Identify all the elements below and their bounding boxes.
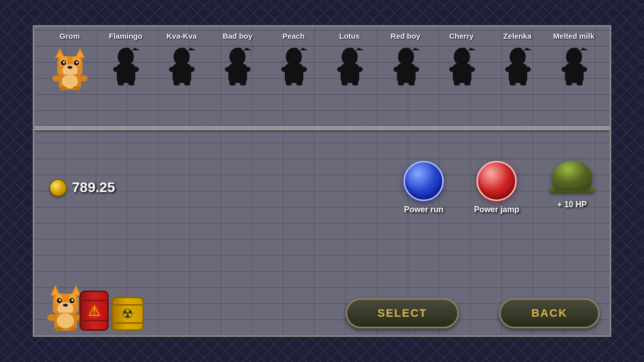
svg-rect-56 — [356, 67, 363, 72]
back-button[interactable]: BACK — [499, 298, 600, 328]
powerup-hp-boost[interactable]: + 10 HP — [549, 161, 595, 209]
char-name-zelenka[interactable]: Zelenka — [497, 32, 537, 40]
svg-point-43 — [286, 48, 302, 66]
svg-rect-32 — [188, 67, 195, 72]
svg-rect-48 — [300, 67, 307, 72]
svg-rect-38 — [228, 64, 247, 83]
svg-marker-61 — [412, 48, 420, 50]
svg-rect-87 — [561, 67, 569, 72]
powerup-run-label: Power run — [404, 205, 443, 214]
svg-point-35 — [229, 48, 246, 66]
preview-area: ⚠ ☢ SELECT BACK — [34, 243, 610, 337]
svg-rect-109 — [69, 327, 76, 331]
char-name-grom[interactable]: Grom — [50, 32, 90, 40]
svg-rect-24 — [132, 67, 139, 72]
svg-rect-64 — [412, 67, 419, 72]
char-sprite-grom[interactable] — [50, 48, 90, 88]
svg-rect-55 — [337, 67, 344, 72]
shadow-badboy — [221, 48, 254, 88]
svg-rect-88 — [580, 67, 587, 72]
shadow-kvakva — [166, 48, 198, 88]
char-sprite-flamingo[interactable] — [106, 48, 146, 88]
svg-rect-73 — [454, 80, 460, 85]
svg-rect-63 — [393, 67, 400, 72]
svg-rect-47 — [281, 67, 288, 72]
svg-marker-28 — [177, 48, 187, 50]
svg-rect-72 — [468, 67, 475, 72]
shadow-cherry — [446, 48, 478, 88]
svg-rect-62 — [397, 64, 416, 83]
powerup-power-jamp[interactable]: Power jamp — [474, 161, 519, 214]
svg-rect-71 — [449, 67, 456, 72]
svg-marker-84 — [569, 48, 579, 50]
svg-rect-57 — [342, 80, 348, 85]
svg-rect-74 — [464, 80, 470, 85]
svg-marker-85 — [580, 48, 588, 50]
char-sprite-kvakva[interactable] — [162, 48, 202, 88]
svg-marker-53 — [356, 48, 364, 50]
svg-rect-106 — [47, 314, 56, 321]
svg-rect-54 — [341, 64, 359, 83]
character-selection-area: Grom Flamingo Kva-Kva Bad boy Peach Lotu… — [34, 27, 610, 132]
svg-rect-23 — [113, 67, 120, 72]
shadow-redboy — [390, 48, 423, 88]
svg-point-19 — [118, 48, 134, 66]
svg-point-59 — [398, 48, 414, 66]
char-name-meltedmilk[interactable]: Melted milk — [553, 32, 595, 40]
svg-point-99 — [63, 304, 68, 307]
select-button[interactable]: SELECT — [346, 298, 459, 328]
shadow-zelenka — [502, 48, 534, 88]
svg-rect-58 — [352, 80, 358, 85]
svg-marker-36 — [232, 48, 243, 50]
svg-marker-21 — [132, 48, 140, 50]
svg-rect-89 — [566, 80, 572, 85]
svg-point-11 — [63, 61, 65, 63]
shadow-lotus — [334, 48, 366, 88]
char-sprite-meltedmilk[interactable] — [554, 48, 594, 88]
sphere-blue-icon — [404, 161, 444, 201]
svg-rect-65 — [398, 80, 404, 85]
coins-display: 789.25 — [49, 179, 115, 197]
svg-rect-22 — [117, 64, 135, 83]
char-name-badboy[interactable]: Bad boy — [217, 32, 258, 40]
svg-marker-52 — [345, 48, 355, 50]
svg-point-27 — [174, 48, 190, 66]
character-names-row: Grom Flamingo Kva-Kva Bad boy Peach Lotu… — [34, 27, 610, 43]
char-sprite-lotus[interactable] — [330, 48, 370, 88]
char-name-peach[interactable]: Peach — [273, 32, 313, 40]
char-name-cherry[interactable]: Cherry — [441, 32, 481, 40]
coins-amount: 789.25 — [72, 179, 115, 196]
svg-rect-80 — [524, 67, 531, 72]
svg-rect-79 — [505, 67, 512, 72]
char-sprite-cherry[interactable] — [442, 48, 482, 88]
char-name-lotus[interactable]: Lotus — [330, 32, 370, 40]
powerup-hp-label: + 10 HP — [557, 200, 587, 209]
char-sprite-peach[interactable] — [274, 48, 314, 88]
char-sprite-redboy[interactable] — [386, 48, 426, 88]
svg-point-83 — [566, 48, 582, 66]
powerups-row: Power run Power jamp + 10 HP — [404, 161, 595, 214]
svg-rect-18 — [73, 86, 80, 90]
char-name-flamingo[interactable]: Flamingo — [106, 32, 146, 40]
svg-rect-34 — [184, 80, 190, 85]
powerup-power-run[interactable]: Power run — [404, 161, 444, 214]
svg-point-12 — [76, 61, 78, 63]
svg-rect-90 — [577, 80, 583, 85]
sphere-red-icon — [476, 161, 517, 201]
svg-marker-20 — [121, 48, 131, 50]
outer-border: Grom Flamingo Kva-Kva Bad boy Peach Lotu… — [0, 0, 644, 362]
svg-marker-45 — [300, 48, 308, 50]
character-sprites-row — [34, 48, 610, 88]
svg-rect-70 — [453, 64, 471, 83]
svg-marker-76 — [513, 48, 523, 50]
char-sprite-badboy[interactable] — [218, 48, 258, 88]
svg-point-14 — [62, 74, 78, 88]
char-name-kvakva[interactable]: Kva-Kva — [162, 32, 202, 40]
svg-marker-44 — [289, 48, 299, 50]
svg-rect-17 — [60, 86, 67, 90]
char-name-redboy[interactable]: Red boy — [385, 32, 426, 40]
char-sprite-zelenka[interactable] — [498, 48, 538, 88]
svg-rect-81 — [510, 80, 516, 85]
svg-marker-77 — [524, 48, 532, 50]
barrel-red: ⚠ — [79, 291, 109, 331]
